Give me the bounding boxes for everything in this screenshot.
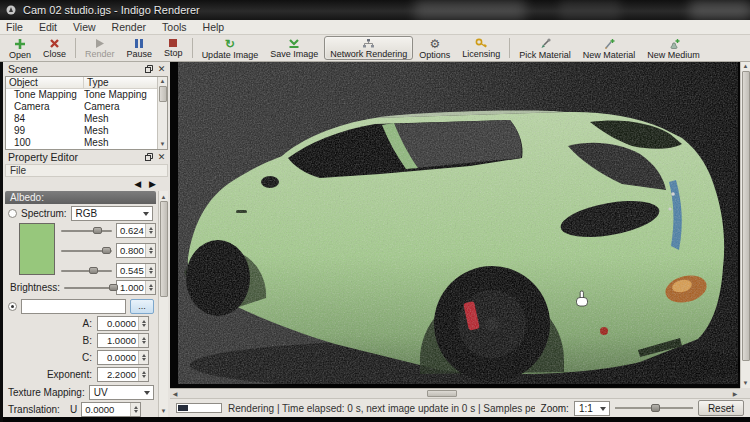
update-image-button[interactable]: ↻ Update Image	[196, 36, 265, 60]
texture-path-input[interactable]	[21, 299, 126, 314]
reset-button[interactable]: Reset	[698, 400, 744, 416]
new-material-button[interactable]: New Material	[577, 36, 642, 60]
red-value-spinbox[interactable]: 0.624	[116, 223, 156, 238]
spinner-arrows-icon[interactable]	[145, 264, 155, 277]
scene-row[interactable]: 84Mesh	[6, 113, 157, 125]
green-value-spinbox[interactable]: 0.800	[116, 243, 156, 258]
scroll-up-icon[interactable]: ▲	[743, 62, 749, 71]
stop-button[interactable]: Stop	[158, 36, 189, 60]
spinner-arrows-icon[interactable]	[130, 403, 140, 416]
blue-slider[interactable]	[61, 264, 112, 277]
open-button[interactable]: Open	[3, 36, 37, 60]
render-horizontal-scrollbar[interactable]: ◀ ▶	[170, 388, 740, 398]
scrollbar-thumb[interactable]	[427, 390, 457, 397]
scene-panel: Scene ✕ Object Type Tone MappingTone Map…	[3, 62, 170, 150]
scene-row[interactable]: CameraCamera	[6, 101, 157, 113]
spinner-arrows-icon[interactable]	[138, 317, 148, 330]
column-type[interactable]: Type	[84, 77, 157, 88]
spinner-arrows-icon[interactable]	[138, 368, 148, 381]
slider-thumb[interactable]	[651, 404, 660, 412]
scroll-down-icon[interactable]: ▼	[160, 140, 166, 149]
menu-tools[interactable]: Tools	[162, 21, 187, 33]
brightness-spinbox[interactable]: 1.000	[116, 280, 156, 295]
render-button[interactable]: Render	[79, 36, 121, 60]
scene-column-headers[interactable]: Object Type	[6, 77, 157, 89]
scrollbar-thumb[interactable]	[159, 86, 167, 102]
render-vertical-scrollbar[interactable]: ▲ ▼	[740, 62, 750, 388]
video-artifact	[415, 0, 525, 20]
scroll-left-icon[interactable]: ◀	[170, 390, 180, 397]
pick-material-button[interactable]: Pick Material	[513, 36, 577, 60]
a-spinbox[interactable]: 0.0000	[97, 316, 149, 331]
float-panel-icon[interactable]	[143, 152, 154, 163]
scroll-right-icon[interactable]: ▶	[730, 390, 740, 397]
menu-edit[interactable]: Edit	[39, 21, 57, 33]
property-scrollbar[interactable]: ▲ ▼	[158, 191, 168, 417]
blue-value-spinbox[interactable]: 0.545	[116, 263, 156, 278]
b-spinbox[interactable]: 1.0000	[97, 333, 149, 348]
property-menu-file[interactable]: File	[10, 165, 26, 176]
spinner-arrows-icon[interactable]	[138, 351, 148, 364]
render-progress-bar	[176, 403, 222, 413]
c-spinbox[interactable]: 0.0000	[97, 350, 149, 365]
scrollbar-thumb[interactable]	[160, 201, 168, 297]
scene-row[interactable]: Tone MappingTone Mapping	[6, 89, 157, 101]
menu-render[interactable]: Render	[112, 21, 146, 33]
new-medium-button[interactable]: New Medium	[641, 36, 706, 60]
scene-list[interactable]: Object Type Tone MappingTone Mapping Cam…	[5, 76, 168, 150]
browse-button[interactable]: ...	[130, 299, 154, 314]
licensing-button[interactable]: Licensing	[456, 36, 506, 60]
zoom-slider[interactable]	[615, 402, 693, 414]
green-slider[interactable]	[61, 244, 112, 257]
albedo-section-header[interactable]: Albedo:	[5, 191, 156, 204]
slider-thumb[interactable]	[93, 227, 102, 234]
scene-panel-header: Scene ✕	[3, 62, 170, 76]
nav-forward-icon[interactable]: ▶	[149, 179, 156, 189]
albedo-color-swatch[interactable]	[19, 223, 55, 275]
scrollbar-thumb[interactable]	[742, 71, 750, 361]
spinner-arrows-icon[interactable]	[145, 224, 155, 237]
slider-thumb[interactable]	[102, 247, 111, 254]
translation-u-spinbox[interactable]: 0.0000	[81, 402, 141, 417]
scene-scrollbar[interactable]: ▲ ▼	[157, 77, 167, 149]
scroll-down-icon[interactable]: ▼	[161, 407, 167, 417]
eyedropper-icon	[539, 38, 551, 50]
scroll-down-icon[interactable]: ▼	[743, 379, 749, 388]
exponent-spinbox[interactable]: 2.2000	[97, 367, 149, 382]
scene-row[interactable]: 100Mesh	[6, 137, 157, 149]
close-panel-icon[interactable]: ✕	[156, 64, 167, 75]
menu-help[interactable]: Help	[203, 21, 225, 33]
pause-icon	[134, 38, 144, 49]
scene-row[interactable]: 99Mesh	[6, 125, 157, 137]
slider-thumb[interactable]	[89, 267, 98, 274]
spectrum-radio[interactable]	[8, 209, 17, 218]
chevron-down-icon	[144, 391, 150, 395]
nav-back-icon[interactable]: ◀	[134, 179, 141, 189]
menu-view[interactable]: View	[73, 21, 96, 33]
spinner-arrows-icon[interactable]	[138, 334, 148, 347]
network-rendering-button[interactable]: Network Rendering	[324, 36, 413, 60]
texture-mapping-dropdown[interactable]: UV	[89, 385, 154, 400]
brightness-slider[interactable]	[64, 281, 112, 294]
menu-file[interactable]: File	[6, 21, 23, 33]
spinner-arrows-icon[interactable]	[145, 281, 155, 294]
options-button[interactable]: ⚙ Options	[413, 36, 456, 60]
scroll-up-icon[interactable]: ▲	[160, 77, 166, 86]
render-viewport[interactable]	[170, 62, 740, 388]
brush-plus-icon	[603, 38, 615, 50]
red-slider[interactable]	[61, 224, 112, 237]
slider-thumb[interactable]	[109, 284, 118, 291]
close-button[interactable]: Close	[37, 36, 72, 60]
translation-u-row: Translation: U 0.0000	[5, 402, 156, 417]
save-image-button[interactable]: Save Image	[264, 36, 324, 60]
toolbar-separator	[192, 38, 193, 58]
scroll-up-icon[interactable]: ▲	[161, 191, 167, 201]
texture-radio[interactable]	[8, 302, 17, 311]
pause-button[interactable]: Pause	[121, 36, 159, 60]
float-panel-icon[interactable]	[143, 64, 154, 75]
close-panel-icon[interactable]: ✕	[156, 152, 167, 163]
column-object[interactable]: Object	[6, 77, 84, 88]
spinner-arrows-icon[interactable]	[145, 244, 155, 257]
spectrum-dropdown[interactable]: RGB	[71, 206, 153, 221]
zoom-dropdown[interactable]: 1:1	[574, 401, 610, 416]
